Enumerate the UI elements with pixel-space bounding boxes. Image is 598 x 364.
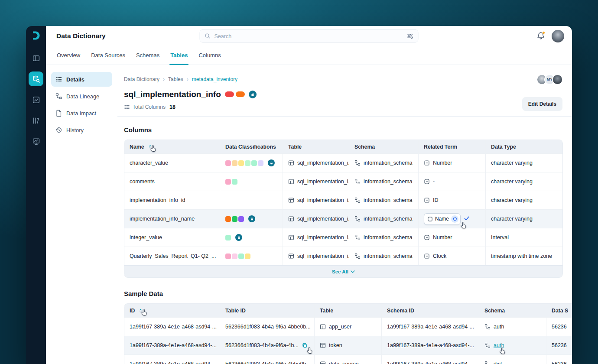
cell-schema: auth: [479, 336, 546, 354]
cell-schema: information_schema: [349, 172, 418, 191]
copy-icon[interactable]: [302, 342, 308, 348]
cell-classifications: [220, 172, 283, 191]
cell-classifications: [220, 228, 283, 247]
column-header-related-term: Related Term: [418, 140, 485, 153]
related-term-value: Name: [435, 216, 449, 222]
desktop-background: Data Dictionary Overview Data Sour: [0, 0, 598, 364]
tab-tables[interactable]: Tables: [170, 46, 188, 65]
classification-pill: [238, 216, 244, 222]
sample-table: ID Table ID Table Schema ID Schema Data …: [124, 303, 572, 364]
cell-table-id: 562366d1f083-4b4a-9f6a-4bbe0b...: [220, 318, 314, 336]
cell-id: 1a99f167-389a-4e1e-a468-asd94-...: [124, 355, 220, 364]
cell-related-term: ID: [418, 191, 485, 209]
column-header-classifications: Data Classifications: [220, 140, 283, 153]
cell-id: 1a99f167-389a-4e1e-a468-asd94-...: [124, 336, 220, 354]
monitor-chart-icon[interactable]: [29, 134, 43, 149]
library-icon[interactable]: [29, 113, 43, 128]
schema-icon: [354, 253, 361, 259]
column-header-label: Table ID: [225, 308, 246, 314]
avatar: [552, 74, 563, 85]
search-bar[interactable]: [200, 29, 419, 43]
column-header-table: Table: [283, 140, 349, 153]
classification-pill: [232, 254, 237, 259]
tab-overview[interactable]: Overview: [57, 46, 80, 65]
cell-classifications: [220, 154, 283, 172]
subnav-item-details[interactable]: Details: [51, 72, 112, 87]
table-icon: [320, 342, 326, 348]
chart-icon[interactable]: [29, 92, 43, 107]
breadcrumb-item[interactable]: Tables: [168, 76, 183, 82]
column-header-label: Schema: [484, 308, 505, 314]
app-logo-icon: [30, 30, 42, 41]
sort-icon[interactable]: [139, 308, 143, 313]
total-columns-value: 18: [169, 104, 176, 110]
cell-name: implementation_info_name: [124, 210, 220, 228]
see-all-label: See All: [332, 269, 348, 274]
cell-schema-id: 1a99f167-389a-4e1e-a468-asd94-...: [381, 336, 479, 354]
cell-name: character_value: [124, 154, 220, 172]
breadcrumb-item[interactable]: Data Dictionary: [124, 76, 159, 82]
search-icon: [205, 33, 211, 39]
see-all-button[interactable]: See All: [124, 265, 562, 277]
table-icon: [288, 234, 294, 240]
sort-icon[interactable]: [148, 144, 152, 150]
table-row: 1a99f167-389a-4e1e-a468-asd94-... 562366…: [124, 354, 572, 364]
table-icon: [288, 253, 294, 259]
database-search-icon[interactable]: [29, 72, 43, 86]
classification-pill: [258, 160, 263, 166]
table-icon: [288, 160, 294, 166]
breadcrumb-separator: [187, 76, 188, 82]
tab-columns[interactable]: Columns: [198, 46, 221, 65]
schema-icon: [484, 324, 491, 330]
cell-data-s: 56236: [546, 318, 572, 336]
tab-data-sources[interactable]: Data Sources: [91, 46, 125, 65]
classification-pill: [251, 160, 257, 166]
subnav-item-data-lineage[interactable]: Data Lineage: [51, 89, 112, 104]
user-avatar[interactable]: [552, 30, 564, 42]
classification-pill: [245, 160, 250, 166]
tab-schemas[interactable]: Schemas: [136, 46, 159, 65]
cell-table: sql_implementation_i...: [283, 228, 349, 247]
subnav-item-history[interactable]: History: [51, 123, 112, 137]
breadcrumb-item-current[interactable]: metadata_inventory: [192, 76, 237, 82]
confirm-check-icon[interactable]: [464, 215, 470, 223]
subnav-item-data-impact[interactable]: Data Impact: [51, 106, 112, 120]
panels-icon[interactable]: [29, 51, 43, 65]
schema-link[interactable]: auth: [494, 342, 504, 348]
classification-pill: [225, 254, 231, 259]
schema-icon: [484, 361, 491, 364]
column-header-label: Schema: [354, 144, 375, 150]
cell-name: implementation_info_id: [124, 191, 220, 209]
bell-icon[interactable]: [536, 31, 546, 41]
suggest-icon[interactable]: [451, 215, 458, 223]
search-input[interactable]: [214, 33, 403, 39]
cell-table: sql_implementation_i...: [283, 247, 349, 265]
edit-details-button[interactable]: Edit Details: [522, 97, 562, 111]
classification-pill: [238, 160, 244, 166]
body-row: Details Data Lineage Data Impact History: [46, 65, 572, 364]
column-header-name[interactable]: Name: [124, 140, 220, 153]
cell-id: 1a99f167-389a-4e1e-a468-asd94-...: [124, 318, 220, 336]
classification-pill: [245, 254, 250, 259]
column-header-label: Table: [288, 144, 302, 150]
column-header-data-type: Data Type: [485, 140, 563, 153]
lock-icon: [268, 159, 275, 166]
app-main: Data Dictionary Overview Data Sour: [46, 26, 572, 364]
column-header-label: Table: [320, 308, 333, 314]
page-title: sql_implementation_info: [124, 90, 221, 99]
table-row: 1a99f167-389a-4e1e-a468-asd94-... 562366…: [124, 317, 572, 336]
topbar-right: [536, 30, 564, 42]
term-icon: [427, 216, 433, 222]
subnav: Details Data Lineage Data Impact History: [46, 65, 117, 364]
filter-icon[interactable]: [407, 32, 414, 39]
related-term-input[interactable]: Name: [424, 213, 461, 225]
term-icon: [424, 160, 430, 166]
cell-name: Quarterly_Sales_Report_Q1- Q2_...: [124, 247, 220, 265]
table-icon: [288, 216, 294, 222]
table-row: comments sql_implementation_i...: [124, 172, 562, 191]
column-header-id[interactable]: ID: [124, 304, 220, 317]
cell-data-s: 56236: [546, 355, 572, 364]
cell-table: data_source: [314, 355, 381, 364]
cell-schema: information_schema: [349, 228, 418, 247]
cell-table-id: 562366d1f083-4b4a-9f6a-4b...: [220, 336, 314, 354]
